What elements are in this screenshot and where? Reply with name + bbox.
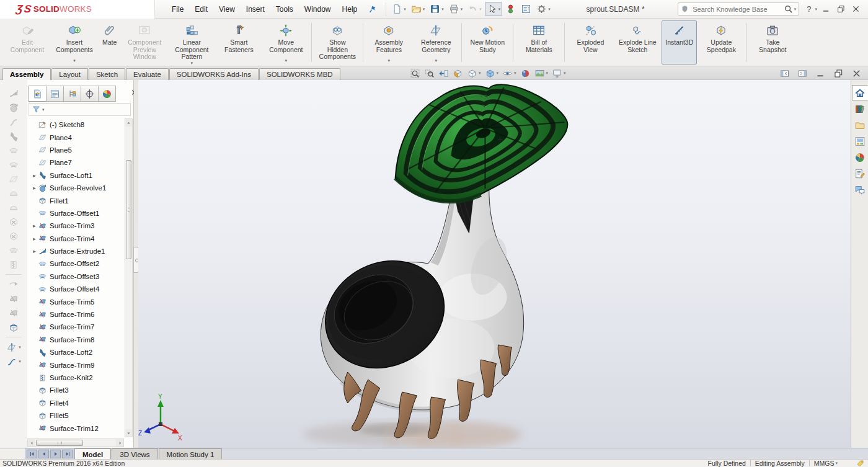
leaf-canopy[interactable] <box>396 84 568 202</box>
tree-item[interactable]: ▸Surface-Trim3 <box>31 220 124 232</box>
first-tab-button[interactable] <box>27 450 37 458</box>
linear-component-pattern-button[interactable]: Linear Component Pattern▾ <box>169 20 215 64</box>
dropdown-caret-icon[interactable]: ▾ <box>404 7 406 12</box>
scroll-down-icon[interactable] <box>125 429 132 437</box>
tree-item[interactable]: (-) Sketch8 <box>31 118 124 131</box>
scrollbar-thumb[interactable] <box>36 440 83 446</box>
model-canvas[interactable]: Y X Z <box>138 80 851 448</box>
tree-item[interactable]: Surface-Trim8 <box>31 334 124 346</box>
xpress-products-button[interactable] <box>503 2 518 16</box>
reference-geometry-button[interactable]: Reference Geometry▾ <box>413 20 459 64</box>
dropdown-caret-icon[interactable]: ▾ <box>191 61 193 66</box>
options-button[interactable]: ▾ <box>534 2 552 16</box>
dimxpertmanager-tab[interactable] <box>81 86 99 102</box>
filled-surface-button[interactable] <box>8 159 19 171</box>
apply-scene-button[interactable]: ▾ <box>533 68 551 79</box>
options-list-button[interactable] <box>519 2 533 16</box>
tree-item[interactable]: Surface-Loft2 <box>31 346 124 358</box>
minimize-document-button[interactable] <box>813 66 828 81</box>
appearances-scenes-button[interactable] <box>852 149 868 165</box>
tab-layout[interactable]: Layout <box>51 68 88 80</box>
tree-item[interactable]: Fillet4 <box>31 397 124 409</box>
featuremanager-design-tree-tab[interactable] <box>29 86 46 102</box>
tree-item[interactable]: Plane4 <box>31 131 124 143</box>
solidworks-forum-button[interactable] <box>852 182 868 197</box>
tree-item[interactable]: ▸Surface-Loft1 <box>31 169 124 182</box>
edit-component-button[interactable]: Edit Component <box>4 20 50 64</box>
tree-item[interactable]: Fillet5 <box>31 409 124 422</box>
knit-surface-button[interactable] <box>8 259 19 270</box>
planar-surface-button[interactable] <box>8 174 19 185</box>
tab-3d-views[interactable]: 3D Views <box>112 448 157 459</box>
home-button[interactable] <box>852 85 868 100</box>
select-button[interactable]: ▾ <box>485 2 503 16</box>
units-caret-icon[interactable]: ▾ <box>835 461 838 466</box>
untrim-surface-button[interactable] <box>8 308 19 319</box>
expander-icon[interactable]: ▸ <box>31 223 38 229</box>
tree-item[interactable]: Surface-Trim12 <box>31 422 124 434</box>
dropdown-caret-icon[interactable]: ▾ <box>435 58 438 63</box>
dropdown-caret-icon[interactable]: ▾ <box>564 71 566 76</box>
menu-tools[interactable]: Tools <box>270 2 299 16</box>
dropdown-caret-icon[interactable]: ▾ <box>546 71 549 76</box>
dropdown-caret-icon[interactable]: ▾ <box>479 71 481 76</box>
tab-model[interactable]: Model <box>74 448 111 459</box>
dropdown-caret-icon[interactable]: ▾ <box>19 359 21 364</box>
undo-button[interactable]: ▾ <box>466 2 484 16</box>
next-tab-button[interactable] <box>50 450 61 458</box>
scroll-left-icon[interactable] <box>28 439 35 447</box>
help-caret-icon[interactable]: ▾ <box>815 7 817 12</box>
tree-item[interactable]: Surface-Offset1 <box>31 207 124 220</box>
curves-button[interactable]: ▾ <box>6 356 21 367</box>
freeform-surface-button[interactable] <box>8 188 19 199</box>
menu-edit[interactable]: Edit <box>189 2 213 16</box>
collapse-left-pane-button[interactable] <box>777 66 792 81</box>
previous-view-button[interactable] <box>436 68 451 79</box>
zoom-to-area-button[interactable] <box>422 68 436 79</box>
new-motion-study-button[interactable]: New Motion Study <box>464 20 510 64</box>
restore-window-button[interactable] <box>833 3 848 16</box>
reference-geometry-button[interactable]: ▾ <box>6 342 21 353</box>
menu-file[interactable]: File <box>166 2 189 16</box>
mate-button[interactable]: Mate <box>99 20 120 64</box>
tree-item[interactable]: Fillet1 <box>31 194 124 207</box>
expander-icon[interactable]: ▸ <box>31 248 38 254</box>
new-document-button[interactable]: ▾ <box>390 2 408 16</box>
tree-item[interactable]: Fillet3 <box>31 384 124 396</box>
mid-surface-button[interactable] <box>8 245 19 256</box>
scroll-up-icon[interactable] <box>125 119 132 127</box>
lofted-surface-button[interactable] <box>8 131 19 142</box>
design-library-button[interactable] <box>852 101 868 117</box>
surface-flatten-button[interactable] <box>8 202 19 213</box>
tag-icon[interactable] <box>856 460 864 467</box>
close-window-button[interactable] <box>848 3 863 16</box>
tab-assembly[interactable]: Assembly <box>2 68 51 80</box>
extruded-surface-button[interactable] <box>8 88 19 99</box>
view-orientation-button[interactable]: ▾ <box>465 68 483 79</box>
file-explorer-button[interactable] <box>852 117 868 133</box>
collapse-right-pane-button[interactable] <box>795 66 810 81</box>
dropdown-caret-icon[interactable]: ▾ <box>388 58 391 63</box>
print-button[interactable]: ▾ <box>447 2 465 16</box>
fillet-button[interactable] <box>8 322 19 333</box>
search-caret-icon[interactable]: ▾ <box>794 7 797 12</box>
view-palette-button[interactable] <box>852 133 868 149</box>
tab-evaluate[interactable]: Evaluate <box>126 68 169 80</box>
dropdown-caret-icon[interactable]: ▾ <box>441 7 444 12</box>
bill-of-materials-button[interactable]: Bill of Materials <box>516 20 562 64</box>
insert-components-button[interactable]: Insert Components▾ <box>51 20 97 64</box>
dropdown-caret-icon[interactable]: ▾ <box>479 7 482 12</box>
search-input[interactable] <box>691 5 783 14</box>
view-settings-button[interactable]: ▾ <box>550 68 568 79</box>
tree-vertical-scrollbar[interactable] <box>125 118 133 437</box>
scroll-right-icon[interactable] <box>116 439 123 447</box>
tree-item[interactable]: Plane5 <box>31 144 124 156</box>
dropdown-caret-icon[interactable]: ▾ <box>423 7 425 12</box>
revolved-surface-button[interactable] <box>8 102 19 113</box>
tree-item[interactable]: ▸Surface-Trim4 <box>31 233 124 245</box>
tab-motion-study-1[interactable]: Motion Study 1 <box>159 448 223 459</box>
edit-appearance-button[interactable] <box>518 68 533 79</box>
tab-sketch[interactable]: Sketch <box>89 68 125 80</box>
previous-tab-button[interactable] <box>38 450 49 458</box>
instant3d-button[interactable]: Instant3D <box>662 20 697 64</box>
